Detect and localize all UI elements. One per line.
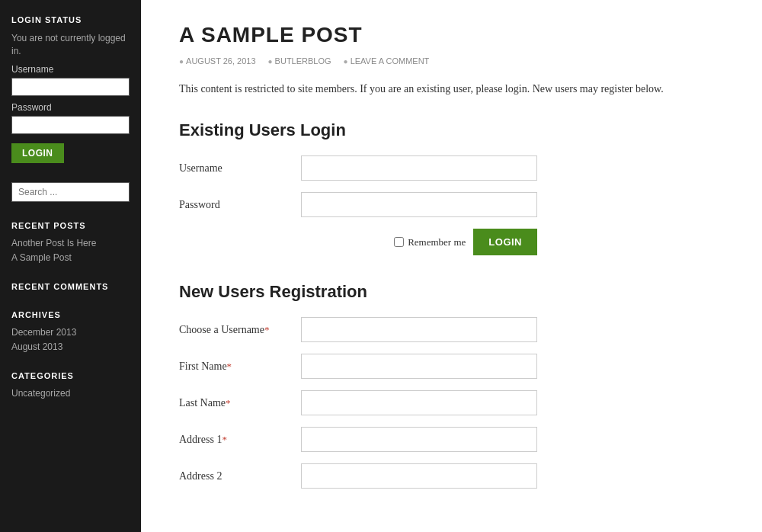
meta-comment-item: ● LEAVE A COMMENT [344, 56, 430, 66]
first-name-label: First Name* [179, 361, 301, 373]
required-star-lastname: * [226, 397, 231, 409]
login-status-text: You are not currently logged in. [11, 32, 130, 58]
recent-comments-section: RECENT COMMENTS [11, 282, 130, 291]
categories-section: CATEGORIES Uncategorized [11, 371, 130, 399]
username-label: Username [11, 64, 130, 75]
person-icon: ● [268, 57, 273, 66]
password-label: Password [11, 102, 130, 113]
last-name-row: Last Name* [179, 390, 724, 415]
meta-author-item: ● BUTLERBLOG [268, 56, 331, 66]
remember-me-checkbox[interactable] [394, 237, 404, 247]
comment-icon: ● [344, 57, 348, 66]
recent-posts-section: RECENT POSTS Another Post Is Here A Samp… [11, 221, 130, 263]
choose-username-row: Choose a Username* [179, 317, 724, 342]
recent-posts-title: RECENT POSTS [11, 221, 130, 230]
required-star-firstname: * [227, 361, 232, 372]
remember-login-row: Remember me LOGIN [179, 229, 537, 255]
clock-icon: ● [179, 57, 184, 66]
meta-comment-link[interactable]: LEAVE A COMMENT [351, 56, 430, 66]
archives-title: ARCHIVES [11, 310, 130, 319]
existing-password-row: Password [179, 192, 724, 217]
new-users-heading: New Users Registration [179, 282, 724, 302]
recent-post-link-1[interactable]: A Sample Post [11, 252, 130, 263]
new-users-section: New Users Registration Choose a Username… [179, 282, 724, 489]
categories-title: CATEGORIES [11, 371, 130, 380]
post-description: This content is restricted to site membe… [179, 81, 724, 98]
required-star-username: * [264, 324, 270, 335]
search-input[interactable] [11, 182, 130, 202]
login-status-title: LOGIN STATUS [11, 15, 130, 24]
archive-link-0[interactable]: December 2013 [11, 327, 130, 338]
main-content: A SAMPLE POST ● AUGUST 26, 2013 ● BUTLER… [141, 0, 762, 532]
recent-comments-title: RECENT COMMENTS [11, 282, 130, 291]
first-name-input[interactable] [301, 354, 537, 379]
existing-users-section: Existing Users Login Username Password R… [179, 120, 724, 255]
archive-link-1[interactable]: August 2013 [11, 341, 130, 352]
existing-username-input[interactable] [301, 155, 537, 181]
address1-input[interactable] [301, 427, 537, 452]
meta-author-link[interactable]: BUTLERBLOG [275, 56, 331, 66]
sidebar-username-input[interactable] [11, 78, 130, 96]
required-star-address1: * [222, 434, 227, 445]
address2-label: Address 2 [179, 470, 301, 482]
existing-users-heading: Existing Users Login [179, 120, 724, 140]
last-name-label: Last Name* [179, 397, 301, 409]
first-name-row: First Name* [179, 354, 724, 379]
meta-date-item: ● AUGUST 26, 2013 [179, 56, 256, 66]
post-meta: ● AUGUST 26, 2013 ● BUTLERBLOG ● LEAVE A… [179, 56, 724, 66]
login-status-section: LOGIN STATUS You are not currently logge… [11, 15, 130, 163]
post-title: A SAMPLE POST [179, 23, 724, 47]
sidebar-login-button[interactable]: LOGIN [11, 143, 64, 163]
address1-label: Address 1* [179, 434, 301, 446]
sidebar-password-input[interactable] [11, 116, 130, 134]
category-link-0[interactable]: Uncategorized [11, 388, 130, 399]
sidebar: LOGIN STATUS You are not currently logge… [0, 0, 141, 532]
main-login-button[interactable]: LOGIN [473, 229, 537, 255]
search-section [11, 182, 130, 202]
choose-username-input[interactable] [301, 317, 537, 342]
archives-section: ARCHIVES December 2013 August 2013 [11, 310, 130, 352]
existing-username-row: Username [179, 155, 724, 181]
existing-username-label: Username [179, 162, 301, 175]
remember-me-label[interactable]: Remember me [394, 236, 466, 248]
recent-post-link-0[interactable]: Another Post Is Here [11, 238, 130, 248]
address1-row: Address 1* [179, 427, 724, 452]
address2-row: Address 2 [179, 463, 724, 489]
last-name-input[interactable] [301, 390, 537, 415]
address2-input[interactable] [301, 463, 537, 489]
existing-password-input[interactable] [301, 192, 537, 217]
meta-date: AUGUST 26, 2013 [186, 56, 256, 66]
existing-password-label: Password [179, 199, 301, 211]
choose-username-label: Choose a Username* [179, 324, 301, 336]
